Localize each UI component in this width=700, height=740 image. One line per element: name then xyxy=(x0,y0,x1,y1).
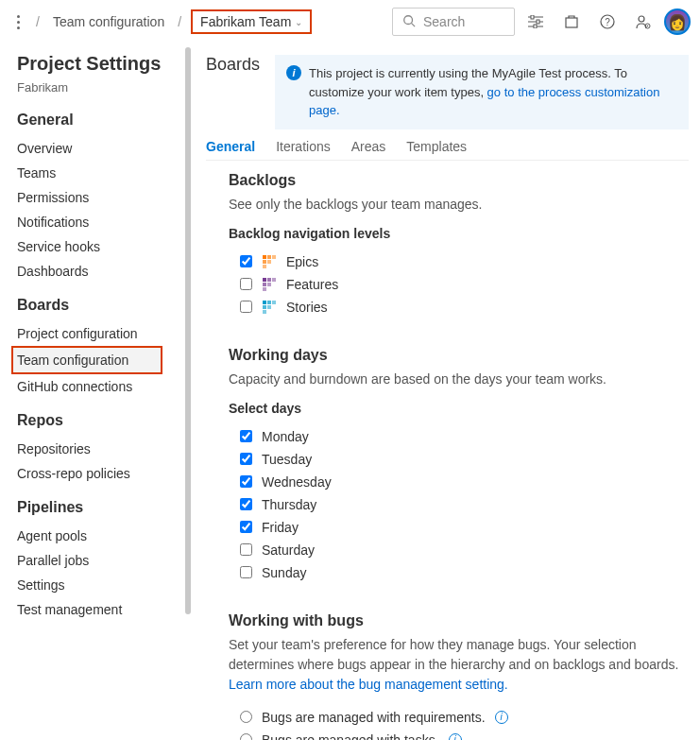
sidebar-item-teams[interactable]: Teams xyxy=(17,161,191,185)
search-icon xyxy=(402,14,416,30)
bugs-learn-more-link[interactable]: Learn more about the bug management sett… xyxy=(229,677,508,692)
svg-rect-16 xyxy=(272,255,276,259)
info-icon[interactable]: i xyxy=(495,711,508,724)
tab-templates[interactable]: Templates xyxy=(406,139,467,154)
sidebar-item-github-connections[interactable]: GitHub connections xyxy=(17,374,191,399)
day-label: Monday xyxy=(262,429,309,444)
workingdays-section: Working days Capacity and burndown are b… xyxy=(229,347,689,584)
day-row: Tuesday xyxy=(240,448,689,471)
bug-option-row: Bugs are managed with requirements. i xyxy=(240,706,689,729)
svg-rect-28 xyxy=(272,301,276,304)
avatar[interactable]: 👩 xyxy=(664,9,691,35)
team-dropdown-label: Fabrikam Team xyxy=(200,14,291,29)
bugs-section: Working with bugs Set your team's prefer… xyxy=(229,612,689,741)
more-menu-icon[interactable] xyxy=(9,15,26,29)
svg-rect-20 xyxy=(263,278,266,282)
day-checkbox[interactable] xyxy=(240,566,252,578)
bug-option-radio[interactable] xyxy=(240,711,252,723)
svg-rect-23 xyxy=(263,283,266,286)
bug-option-label: Bugs are managed with requirements. xyxy=(262,710,486,725)
project-name[interactable]: Fabrikam xyxy=(17,80,191,95)
svg-rect-14 xyxy=(263,255,266,259)
day-row: Sunday xyxy=(240,561,689,584)
sidebar-heading: Boards xyxy=(17,297,191,314)
sidebar-item-notifications[interactable]: Notifications xyxy=(17,210,191,234)
bugs-heading: Working with bugs xyxy=(229,612,689,629)
work-item-icon xyxy=(262,254,277,269)
sidebar-item-dashboards[interactable]: Dashboards xyxy=(17,259,191,284)
svg-rect-22 xyxy=(272,278,276,282)
sidebar: Project Settings Fabrikam GeneralOvervie… xyxy=(0,43,191,740)
sidebar-item-settings[interactable]: Settings xyxy=(17,573,191,597)
backlogs-desc: See only the backlogs your team manages. xyxy=(229,195,689,215)
help-icon[interactable]: ? xyxy=(592,7,623,37)
backlog-level-checkbox[interactable] xyxy=(240,255,252,267)
svg-rect-30 xyxy=(267,305,271,309)
tab-areas[interactable]: Areas xyxy=(351,139,386,154)
sidebar-heading: Repos xyxy=(17,412,191,429)
backlogs-section: Backlogs See only the backlogs your team… xyxy=(229,172,689,318)
sidebar-heading: General xyxy=(17,112,191,129)
svg-rect-21 xyxy=(267,278,271,282)
search-input[interactable]: Search xyxy=(392,8,515,36)
marketplace-icon[interactable] xyxy=(556,7,587,37)
day-checkbox[interactable] xyxy=(240,475,252,488)
svg-rect-17 xyxy=(263,260,266,264)
workingdays-desc: Capacity and burndown are based on the d… xyxy=(229,370,689,389)
svg-point-0 xyxy=(404,15,413,24)
day-checkbox[interactable] xyxy=(240,498,252,510)
scrollbar-thumb[interactable] xyxy=(185,47,191,614)
sidebar-item-project-configuration[interactable]: Project configuration xyxy=(17,321,191,346)
sidebar-item-team-configuration[interactable]: Team configuration xyxy=(11,346,162,374)
svg-point-13 xyxy=(647,26,649,27)
day-label: Saturday xyxy=(262,542,315,558)
backlogs-heading: Backlogs xyxy=(229,172,689,189)
day-label: Wednesday xyxy=(262,474,332,490)
svg-rect-25 xyxy=(263,287,266,291)
day-row: Thursday xyxy=(240,493,689,516)
breadcrumb-separator: / xyxy=(32,14,43,29)
user-settings-icon[interactable] xyxy=(628,7,658,37)
sidebar-item-test-management[interactable]: Test management xyxy=(17,597,191,622)
topbar: / Team configuration / Fabrikam Team ⌄ S… xyxy=(0,0,700,43)
day-checkbox[interactable] xyxy=(240,521,252,533)
day-checkbox[interactable] xyxy=(240,543,252,556)
project-settings-title[interactable]: Project Settings xyxy=(17,53,191,75)
sidebar-item-service-hooks[interactable]: Service hooks xyxy=(17,234,191,259)
bug-option-radio[interactable] xyxy=(240,733,252,740)
day-row: Saturday xyxy=(240,539,689,561)
svg-point-11 xyxy=(639,16,644,22)
work-item-icon xyxy=(262,277,277,292)
sidebar-item-agent-pools[interactable]: Agent pools xyxy=(17,524,191,548)
sidebar-item-parallel-jobs[interactable]: Parallel jobs xyxy=(17,548,191,573)
svg-rect-8 xyxy=(566,18,577,27)
bugs-desc: Set your team's preference for how they … xyxy=(229,635,689,695)
sidebar-item-overview[interactable]: Overview xyxy=(17,136,191,161)
svg-rect-31 xyxy=(263,310,266,314)
info-icon[interactable]: i xyxy=(449,733,462,741)
filter-icon[interactable] xyxy=(521,7,551,37)
sidebar-heading: Pipelines xyxy=(17,499,191,516)
svg-rect-27 xyxy=(267,301,271,304)
backlog-level-checkbox[interactable] xyxy=(240,301,252,313)
svg-line-1 xyxy=(412,23,416,26)
sidebar-item-repositories[interactable]: Repositories xyxy=(17,437,191,461)
backlog-level-row: Epics xyxy=(240,250,689,273)
sidebar-item-cross-repo-policies[interactable]: Cross-repo policies xyxy=(17,461,191,486)
tab-general[interactable]: General xyxy=(206,139,255,154)
breadcrumb-item[interactable]: Team configuration xyxy=(49,12,168,31)
day-label: Friday xyxy=(262,520,299,535)
backlog-level-row: Stories xyxy=(240,296,689,318)
svg-rect-5 xyxy=(531,15,534,19)
tab-iterations[interactable]: Iterations xyxy=(276,139,331,154)
search-placeholder: Search xyxy=(423,14,465,29)
team-dropdown[interactable]: Fabrikam Team ⌄ xyxy=(191,9,312,34)
tabs: GeneralIterationsAreasTemplates xyxy=(206,139,689,161)
main-content: Boards i This project is currently using… xyxy=(191,43,700,740)
day-checkbox[interactable] xyxy=(240,453,252,465)
day-label: Thursday xyxy=(262,497,316,512)
sidebar-item-permissions[interactable]: Permissions xyxy=(17,185,191,210)
day-checkbox[interactable] xyxy=(240,430,252,442)
backlog-level-checkbox[interactable] xyxy=(240,278,252,290)
day-label: Sunday xyxy=(262,565,306,580)
